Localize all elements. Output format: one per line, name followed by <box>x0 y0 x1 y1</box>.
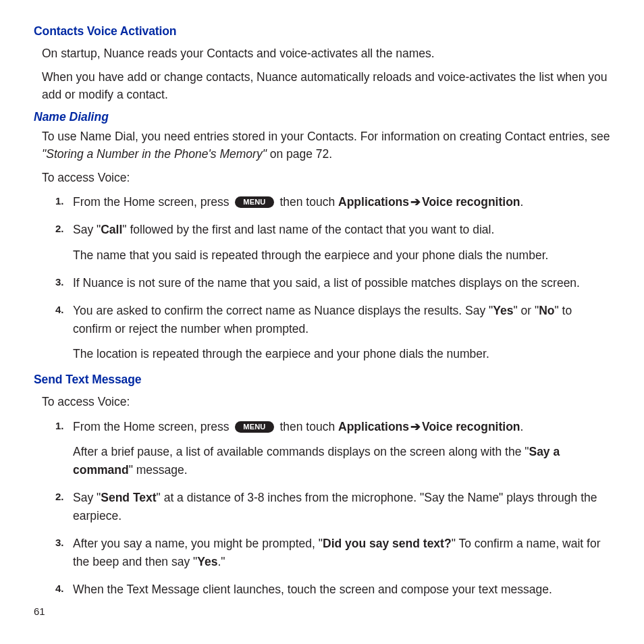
heading-contacts-voice-activation: Contacts Voice Activation <box>34 24 613 38</box>
sub-paragraph: The location is repeated through the ear… <box>73 345 613 363</box>
document-page: Contacts Voice Activation On startup, Nu… <box>0 0 644 622</box>
item-number: 4. <box>55 581 64 596</box>
text: From the Home screen, press <box>73 195 232 209</box>
text: To use Name Dial, you need entries store… <box>42 130 610 143</box>
list-item: 4. When the Text Message client launches… <box>73 581 613 599</box>
arrow-icon: ➔ <box>409 195 422 209</box>
text: After a brief pause, a list of available… <box>73 445 529 458</box>
list-item: 3. After you say a name, you might be pr… <box>73 535 613 571</box>
ordered-list: 1. From the Home screen, press MENU then… <box>34 418 613 599</box>
section-contacts-voice-activation: Contacts Voice Activation On startup, Nu… <box>34 24 613 103</box>
text: If Nuance is not sure of the name that y… <box>73 276 580 290</box>
page-number: 61 <box>34 606 45 617</box>
ui-path: Voice recognition <box>422 420 520 433</box>
paragraph: To access Voice: <box>34 394 613 410</box>
voice-command: Call <box>101 223 122 236</box>
item-number: 1. <box>55 193 64 209</box>
text: on page 72. <box>267 147 332 161</box>
text: You are asked to confirm the correct nam… <box>73 304 493 317</box>
cross-reference: "Storing a Number in the Phone's Memory" <box>42 147 267 161</box>
item-number: 2. <box>55 221 64 236</box>
list-item: 3. If Nuance is not sure of the name tha… <box>73 274 613 292</box>
menu-button-icon: MENU <box>235 421 273 433</box>
voice-command: Yes <box>493 304 513 317</box>
section-send-text-message: Send Text Message To access Voice: 1. Fr… <box>34 373 613 599</box>
item-number: 3. <box>55 274 64 290</box>
voice-command: No <box>539 304 554 317</box>
item-number: 3. <box>55 535 64 550</box>
list-item: 2. Say "Call" followed by the first and … <box>73 221 613 264</box>
ui-text: Did you say send text? <box>323 537 452 550</box>
ui-path: Applications <box>338 420 409 433</box>
paragraph: When you have add or change contacts, Nu… <box>34 69 613 103</box>
sub-paragraph: After a brief pause, a list of available… <box>73 443 613 479</box>
text: . <box>520 420 524 433</box>
list-item: 2. Say "Send Text" at a distance of 3-8 … <box>73 489 613 525</box>
heading-name-dialing: Name Dialing <box>34 110 613 124</box>
section-name-dialing: Name Dialing To use Name Dial, you need … <box>34 110 613 363</box>
voice-command: Send Text <box>101 491 156 504</box>
ui-path: Applications <box>338 195 409 209</box>
arrow-icon: ➔ <box>409 420 422 433</box>
text: Say " <box>73 223 101 236</box>
menu-button-icon: MENU <box>235 196 273 208</box>
text: After you say a name, you might be promp… <box>73 537 323 550</box>
paragraph: On startup, Nuance reads your Contacts a… <box>34 45 613 62</box>
paragraph: To access Voice: <box>34 169 613 186</box>
ordered-list: 1. From the Home screen, press MENU then… <box>34 193 613 363</box>
text: then touch <box>277 195 338 209</box>
text: From the Home screen, press <box>73 420 232 433</box>
text: Say " <box>73 491 101 504</box>
text: ." <box>217 555 225 568</box>
text: " or " <box>513 304 539 317</box>
ui-path: Voice recognition <box>422 195 520 209</box>
text: then touch <box>277 420 338 433</box>
heading-send-text-message: Send Text Message <box>34 373 613 387</box>
paragraph: To use Name Dial, you need entries store… <box>34 128 613 163</box>
list-item: 1. From the Home screen, press MENU then… <box>73 418 613 479</box>
sub-paragraph: The name that you said is repeated throu… <box>73 246 613 265</box>
list-item: 1. From the Home screen, press MENU then… <box>73 193 613 211</box>
item-number: 1. <box>55 418 64 433</box>
item-number: 4. <box>55 302 64 317</box>
text: When the Text Message client launches, t… <box>73 583 552 596</box>
text: . <box>520 195 524 209</box>
list-item: 4. You are asked to confirm the correct … <box>73 302 613 363</box>
text: " followed by the first and last name of… <box>122 223 494 236</box>
voice-command: Yes <box>197 555 217 568</box>
text: " message. <box>129 463 188 477</box>
item-number: 2. <box>55 489 64 504</box>
